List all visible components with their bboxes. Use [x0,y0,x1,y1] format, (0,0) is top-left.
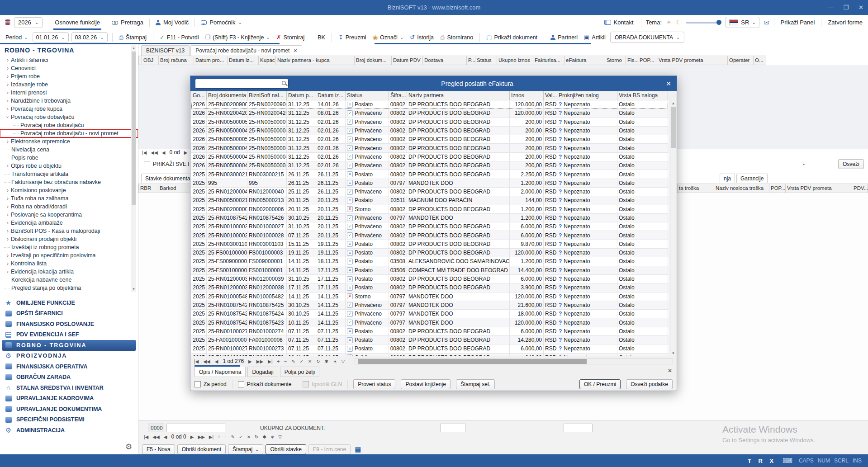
doc-col-9[interactable]: P... [467,56,475,65]
tree-item-15[interactable]: Fakturisanje bez obračuna nabavke [0,178,138,186]
preuzmi-button[interactable]: ↧Preuzmi [337,34,368,41]
items-col-right-3[interactable]: Vrsta PDV prometa [786,184,852,193]
theme-slider[interactable] [686,22,721,24]
next-icon[interactable]: ▶ [184,150,188,155]
tree-connector[interactable] [5,288,10,288]
doc-col-17[interactable]: Vrsta PDV prometa [657,56,728,65]
tree-item-21[interactable]: ›BizniSoft POS - Kasa u maloprodaji [0,227,138,235]
module-omiljene-funkcije[interactable]: ★OMILJENE FUNKCIJE [0,297,138,308]
chevron-collapsed-icon[interactable]: › [5,163,11,169]
refresh-icon[interactable]: ↻ [316,359,320,364]
chevron-collapsed-icon[interactable]: › [5,73,11,80]
stavke-tab[interactable]: Stavke dokumenta [141,174,190,183]
tree-item-18[interactable]: ›Roba na obradi/doradi [0,203,138,211]
moon-icon[interactable]: ☾ [676,19,682,26]
doc-name-field[interactable] [166,424,225,432]
module-op-ti-ifarnici[interactable]: OPŠTI ŠIFARNICI [0,308,138,319]
prev-icon[interactable]: ◀ [164,434,167,439]
tree-item-23[interactable]: Izveštaji iz robnog prometa [0,243,138,251]
chevron-collapsed-icon[interactable]: › [5,203,11,210]
dialog-check-1[interactable]: Prikaži dokumente [238,381,292,387]
module-stalna-sredstva-i-inventar[interactable]: ⌂STALNA SREDSTVA I INVENTAR [0,382,138,393]
chevron-collapsed-icon[interactable]: › [5,252,11,259]
module-pdv-evidencija-i-sef[interactable]: PDV EVIDENCIJA I SEF [0,330,138,340]
tree-item-27[interactable]: Korekcija nabavne cene [0,276,138,284]
tab-povracaj-novi-promet[interactable]: Povraćaj robe dobavljaču - novi promet ✕ [190,45,302,56]
prev-icon[interactable]: ◀ [162,150,166,155]
efaktura-row[interactable]: 202625-RN00200900625-RN00200900631.12.25… [191,100,669,109]
efaktura-row[interactable]: 202525-RN005000213RN00500021320.11.2520.… [191,196,669,205]
efaktura-row[interactable]: 202525-RN010005482RN01000548214.11.2514.… [191,292,669,301]
efaktura-row[interactable]: 202525-RN002000006RN00200000620.11.2520.… [191,205,669,214]
doc-col-4[interactable]: Kupac [259,56,276,65]
efaktura-row[interactable]: 202625-RN00200420825-RN00200420831.12.25… [191,109,669,118]
dialog-titlebar[interactable]: Pregled poslatih eFaktura ✕ [190,76,677,91]
module-upravljanje-dokumentima[interactable]: UPRAVLJANJE DOKUMENTIMA [0,404,138,415]
doc-col-2[interactable]: Datum pro... [194,56,228,65]
chevron-collapsed-icon[interactable]: › [5,90,11,96]
chevron-collapsed-icon[interactable]: › [5,220,11,226]
prikazi-panel-button[interactable]: Prikaži Panel [779,15,817,30]
edit-icon[interactable]: ✎ [231,434,235,439]
dialog-close-icon[interactable]: ✕ [666,80,671,87]
prev-fast-icon[interactable]: ◀◀ [151,150,157,155]
chevron-collapsed-icon[interactable]: › [5,269,11,275]
language-dropdown[interactable]: SR ⌄ [726,17,759,28]
remove-icon[interactable]: − [224,434,227,439]
stornirano-button[interactable]: ⎙Stornirano [438,34,475,41]
tree-item-12[interactable]: Popis robe [0,154,138,162]
prikazi-dokument-button[interactable]: ▢Prikaži dokument [484,34,539,41]
storniraj-button[interactable]: ✗Storniraj [275,34,306,41]
tree-item-11[interactable]: Nivelacija cena [0,146,138,154]
module-finansijsko-poslovanje[interactable]: FINANSIJSKO POSLOVANJE [0,319,138,330]
dialog-horizontal-scrollbar[interactable] [355,359,673,364]
chevron-collapsed-icon[interactable]: › [5,236,11,242]
grid-view-icon[interactable]: ▦ [355,445,361,453]
items-col-right-1[interactable]: Naziv nosioca troška [714,184,769,193]
tree-item-7[interactable]: ›Povraćaj robe dobavljaču [0,113,138,121]
settings-gear-icon[interactable]: ⚙ [125,442,132,452]
bottom-button-f9-izm-cene[interactable]: F9 - Izm.cene [308,444,351,454]
efaktura-col-4[interactable]: Datum iz... [316,91,346,100]
items-col-right-2[interactable]: POP... [769,184,786,193]
panel-close-icon[interactable]: ✕ [668,368,672,374]
efaktura-col-10[interactable]: Proknjižen nalog [557,91,617,100]
tree-item-17[interactable]: ›Tuđa roba na zalihama [0,194,138,203]
efaktura-col-5[interactable]: Status [346,91,389,100]
efaktura-row[interactable]: 202525-RN012000039RN01200003931.10.2517.… [191,275,669,283]
doc-col-16[interactable]: POP... [638,56,657,65]
tree-item-25[interactable]: ›Kontrolna lista [0,259,138,268]
doc-col-8[interactable]: Dostava [423,56,467,65]
chevron-collapsed-icon[interactable]: › [5,57,11,63]
obrada-dokumenta-dropdown[interactable]: OBRADA DOKUMENTA⌄ [610,32,685,43]
tree-connector[interactable] [5,158,10,158]
doc-col-7[interactable]: Datum PDV [392,56,423,65]
post-icon[interactable]: ✓ [300,359,304,364]
efaktura-row[interactable]: 202525-RN010875424RN01087542430.10.2514.… [191,310,669,318]
efaktura-row[interactable]: 202525-FS001000003FS00100000319.11.2519.… [191,249,669,257]
date-from-input[interactable]: 01.01.26⌄ [33,32,69,42]
items-navigator[interactable]: |◀◀◀◀0 od 0▶▶▶▶|+−✎✓✕↻✱∗▽ [144,434,460,440]
menu-osnovne-funkcije[interactable]: Osnovne funkcije [49,15,106,30]
year-dropdown[interactable]: 2026⌄ [14,17,43,28]
tree-item-24[interactable]: ›Izveštaji po specifičnim poslovima [0,251,138,259]
efaktura-col-9[interactable]: Val... [544,91,557,100]
show-all-checkbox[interactable]: PRIKAŽI SVE DOKUMENTE [144,160,189,168]
minimize-button[interactable]: — [827,4,833,11]
efaktura-row[interactable]: 202525-RN010875426RN01087542630.10.2520.… [191,214,669,222]
doc-col-18[interactable]: Operater [728,56,754,65]
post-icon[interactable]: ✓ [239,434,242,439]
tree-item-8[interactable]: Povraćaj robe dobavljaču [0,121,138,129]
kontakt-button[interactable]: Kontakt [602,15,636,30]
tree-item-4[interactable]: ›Interni prenosi [0,89,138,97]
dialog-check-2[interactable]: Ignoriši GLN [303,381,342,387]
istorija-button[interactable]: ↺Istorija [408,34,436,41]
tab-biznisoft[interactable]: BIZNISOFT v13 [141,45,190,56]
dialog-tab-1[interactable]: Događaji [247,367,278,377]
menu-pretraga[interactable]: Pretraga [106,15,149,30]
osvezi-button[interactable]: Osveži [838,159,864,169]
doc-col-10[interactable]: Status [475,56,497,65]
refresh-icon[interactable]: ↻ [255,434,258,439]
efaktura-col-11[interactable]: Vrsta BS naloga [617,91,668,100]
tree-connector[interactable] [5,280,10,280]
